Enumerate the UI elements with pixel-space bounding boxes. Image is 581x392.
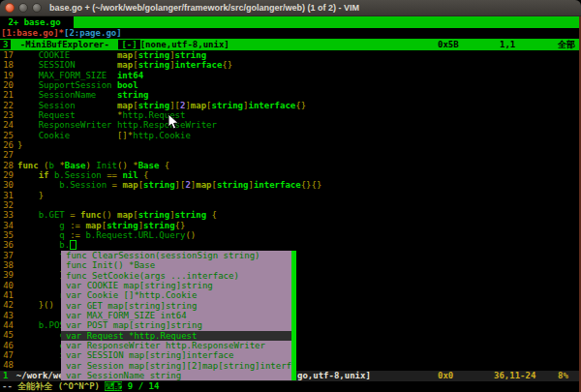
completion-item[interactable]: var Request *http.Request	[61, 331, 291, 341]
code-text: }	[17, 191, 44, 200]
completion-item[interactable]: var COOKIE map[string]string	[61, 281, 291, 290]
completion-item[interactable]: func ClearSession(sessionSign string)	[61, 251, 291, 260]
line-number: 27	[0, 150, 14, 160]
code-line: 22 Session map[string][2]map[string]inte…	[0, 101, 581, 110]
code-text: SESSION map[string]interface{}	[17, 60, 232, 70]
code-text: }	[17, 140, 22, 150]
buffer-tab[interactable]: [2:page.go]	[64, 28, 122, 38]
code-line: 33 b.GET = func() map[string]string {	[0, 210, 581, 220]
code-line: 23 Request *http.Request	[0, 110, 581, 120]
line-number: 32	[0, 200, 14, 210]
status-file-format: go,utf-8,unix]	[297, 371, 371, 381]
line-number: 20	[0, 80, 14, 90]
line-number: 33	[0, 210, 14, 220]
completion-item[interactable]: var GET map[string]string	[61, 301, 291, 311]
code-line: 24 ResponseWriter http.ResponseWriter	[0, 120, 581, 130]
completion-item[interactable]: func SetCookie(args ...interface)	[61, 271, 291, 281]
line-number: 37	[0, 251, 14, 260]
code-line: 27	[0, 150, 581, 160]
code-line: 25 Cookie []*http.Cookie	[0, 131, 581, 140]
line-number: 34	[0, 221, 14, 230]
code-text: c	[17, 330, 65, 340]
completion-item[interactable]: var Cookie []*http.Cookie	[61, 290, 291, 300]
window-titlebar: base.go + (~/work/web/golanger/framework…	[0, 0, 581, 16]
code-line: 31 }	[0, 191, 581, 200]
code-text: b.	[17, 240, 76, 250]
status-buffer-number: 1	[0, 371, 11, 380]
completion-item[interactable]: var POST map[string]string	[61, 320, 291, 330]
line-number: 38	[0, 260, 14, 270]
buffer-tab[interactable]: [1:base.go]*	[1, 28, 64, 38]
code-text: b.GET = func() map[string]string {	[17, 210, 217, 220]
line-number: 42	[0, 300, 14, 310]
code-line: 20 SupportSession bool	[0, 80, 581, 90]
line-number: 22	[0, 101, 14, 110]
code-text: c	[17, 341, 65, 350]
line-number: 17	[0, 50, 14, 60]
code-line: 36 b.	[0, 240, 581, 250]
code-text: i	[17, 350, 65, 360]
tab-current[interactable]: 2+ base.go	[0, 16, 74, 28]
code-line: 21 SessionName string	[0, 90, 581, 100]
code-text: }()	[17, 300, 54, 310]
line-number: 31	[0, 191, 14, 200]
mbe-buffer-number: 3	[0, 40, 11, 49]
code-text: MAX_FORM_SIZE int64	[17, 71, 143, 80]
completion-item[interactable]: func Init() *Base	[61, 260, 291, 270]
code-text: b.POS	[17, 320, 65, 330]
completion-item[interactable]: var MAX_FORM_SIZE int64	[61, 311, 291, 320]
status-hex-value: 0x0	[438, 371, 453, 381]
completion-item[interactable]: var ResponseWriter http.ResponseWriter	[61, 341, 291, 350]
vim-tabline: 2+ base.go	[0, 16, 581, 28]
popup-scrollbar[interactable]	[291, 251, 296, 380]
code-line: 30 b.Session = map[string][2]map[string]…	[0, 180, 581, 190]
close-icon[interactable]	[5, 3, 15, 13]
maximize-icon[interactable]	[32, 3, 42, 13]
code-text: Request *http.Request	[17, 110, 185, 120]
mbe-file-info: [none,utf-8,unix]	[140, 40, 229, 49]
line-number: 21	[0, 90, 14, 100]
text-cursor	[70, 240, 76, 250]
code-line: 34 g := map[string]string{}	[0, 221, 581, 230]
code-text: f	[17, 251, 65, 260]
match-label: 匹配	[105, 381, 122, 391]
completion-popup: func ClearSession(sessionSign string)fun…	[61, 251, 291, 380]
completion-item[interactable]: var SessionName string	[61, 371, 291, 380]
minimize-icon[interactable]	[18, 3, 28, 13]
line-number: 28	[0, 161, 14, 170]
mode-message: 全能补全 (^O^N^P)	[17, 381, 105, 391]
code-text: ResponseWriter http.ResponseWriter	[17, 120, 217, 130]
line-number: 43	[0, 311, 14, 320]
line-number: 18	[0, 60, 14, 70]
mode-dashes: --	[2, 381, 17, 391]
line-number: 48	[0, 360, 14, 370]
code-line: 35 q := b.Request.URL.Query()	[0, 230, 581, 240]
line-number: 26	[0, 140, 14, 150]
line-number: 30	[0, 180, 14, 190]
minibufexplorer-statusline: 3 -MiniBufExplorer- [-][none,utf-8,unix]…	[0, 39, 581, 50]
code-text: q := b.Request.URL.Query()	[17, 230, 196, 240]
minibufexplorer-bufferlist: [1:base.go]*[2:page.go]	[0, 28, 581, 39]
completion-item[interactable]: var SESSION map[string]interface	[61, 350, 291, 360]
status-cursor-pos: 36,11-24	[494, 371, 535, 381]
line-number: 39	[0, 270, 14, 280]
code-text: SessionName string	[17, 90, 148, 100]
code-line: 17 COOKIE map[string]string	[0, 50, 581, 60]
line-number: 36	[0, 240, 14, 250]
line-number: 19	[0, 71, 14, 80]
completion-item[interactable]: var Session map[string][2]map[string]int…	[61, 361, 291, 371]
code-text: SupportSession bool	[17, 80, 138, 90]
code-text: Cookie []*http.Cookie	[17, 131, 191, 140]
code-line: 29 if b.Session == nil {	[0, 170, 581, 180]
mbe-scroll-pos: 全部	[558, 39, 575, 50]
line-number: 41	[0, 290, 14, 300]
line-number: 29	[0, 170, 14, 180]
mbe-title: -MiniBufExplorer-	[16, 40, 113, 49]
status-file-path: ~/work/we	[11, 371, 63, 380]
code-text: COOKIE map[string]string	[17, 50, 206, 60]
code-line: 19 MAX_FORM_SIZE int64	[0, 71, 581, 80]
line-number: 23	[0, 110, 14, 120]
mbe-flag: [-]	[118, 40, 139, 49]
code-text: }	[17, 270, 65, 280]
line-number: 35	[0, 230, 14, 240]
